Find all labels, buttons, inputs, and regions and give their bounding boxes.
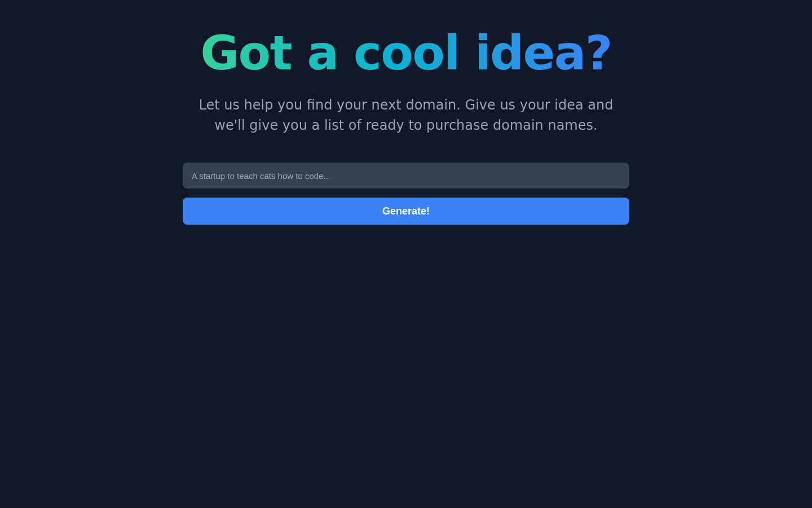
page-subtitle: Let us help you find your next domain. G… — [192, 95, 620, 135]
main-container: Got a cool idea? Let us help you find yo… — [153, 0, 659, 225]
idea-input[interactable] — [183, 163, 629, 189]
generate-button[interactable]: Generate! — [183, 198, 629, 225]
idea-form: Generate! — [183, 163, 629, 225]
page-title: Got a cool idea? — [200, 27, 612, 79]
